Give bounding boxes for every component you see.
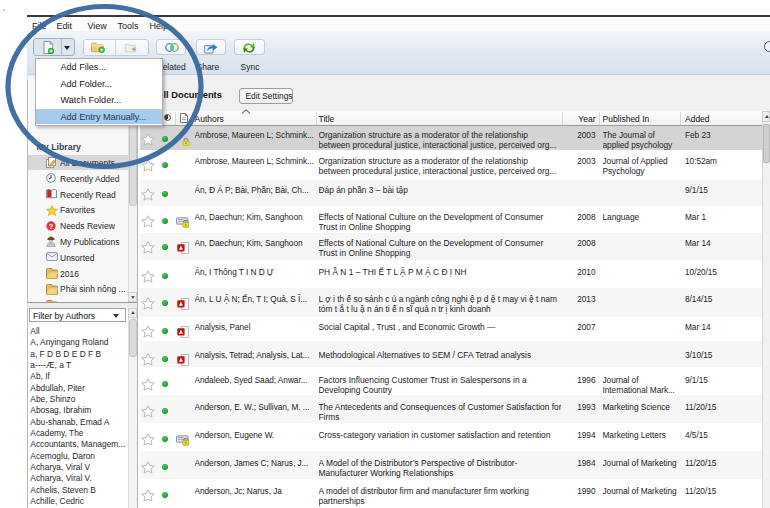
svg-text:?: ?	[49, 221, 54, 230]
